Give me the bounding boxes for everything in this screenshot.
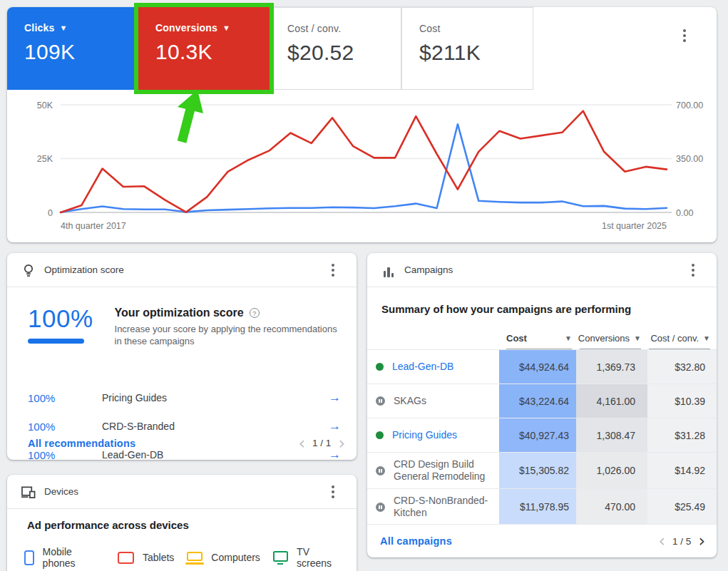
legend-label: Tablets — [143, 552, 174, 563]
devices-card: Devices Ad performance across devices Mo… — [7, 475, 357, 571]
svg-text:4th quarter 2017: 4th quarter 2017 — [61, 221, 126, 231]
conversions-cell: 1,369.73 — [576, 350, 647, 384]
metric-value-cost-per-conv: $20.52 — [287, 41, 401, 65]
chevron-left-icon[interactable]: ‹ — [659, 534, 666, 548]
cost-cell: $44,924.64 — [499, 350, 576, 384]
performance-line-chart: 00.0025K350.0050K700.004th quarter 20171… — [7, 94, 717, 241]
recommendation-row[interactable]: 100% Pricing Guides → — [7, 384, 357, 412]
metric-card-cost-per-conv[interactable]: Cost / conv. $20.52 — [270, 7, 401, 90]
campaign-row[interactable]: SKAGs $43,224.64 4,161.00 $10.39 — [367, 384, 717, 418]
overview-menu-kebab-icon[interactable] — [678, 29, 691, 43]
google-ads-overview-dashboard: Clicks ▼ 109K Conversions ▼ 10.3K Cost /… — [0, 0, 728, 571]
legend-item-computer: Computers — [187, 552, 260, 563]
arrow-right-icon[interactable]: → — [329, 391, 341, 405]
svg-text:0: 0 — [48, 208, 53, 218]
metric-label-text: Cost — [419, 23, 441, 34]
cost-per-conv-cell: $32.80 — [647, 350, 717, 384]
metric-label-cost-per-conv: Cost / conv. — [287, 23, 401, 34]
row-campaign-name: Pricing Guides — [102, 392, 329, 403]
conversions-cell: 1,026.00 — [576, 453, 647, 488]
all-campaigns-link[interactable]: All campaigns — [380, 535, 452, 547]
legend-label: Mobile phones — [43, 546, 105, 569]
status-paused-icon — [376, 466, 385, 475]
campaign-name[interactable]: CRD Design Build General Remodeling — [394, 458, 493, 483]
chevron-right-icon[interactable]: › — [338, 436, 345, 451]
optimization-score-progress-bar — [28, 339, 84, 344]
campaigns-card: Campaigns Summary of how your campaigns … — [367, 253, 717, 557]
chevron-left-icon[interactable]: ‹ — [299, 436, 306, 451]
campaign-name-link[interactable]: Pricing Guides — [392, 429, 457, 441]
metric-label-text: Conversions — [155, 22, 217, 34]
status-enabled-icon — [376, 363, 384, 371]
campaign-name[interactable]: SKAGs — [394, 395, 426, 407]
campaign-row[interactable]: CRD Design Build General Remodeling $15,… — [367, 452, 717, 488]
metric-value-conversions: 10.3K — [155, 40, 270, 64]
devices-menu-kebab-icon[interactable] — [327, 485, 339, 499]
campaign-name[interactable]: CRD-S-NonBranded-Kitchen — [394, 495, 493, 519]
campaigns-card-footer: All campaigns ‹ 1 / 5 › — [367, 524, 717, 557]
metric-card-clicks[interactable]: Clicks ▼ 109K — [7, 7, 138, 90]
cost-cell: $15,305.82 — [499, 453, 576, 488]
conversions-cell: 1,308.47 — [576, 418, 647, 452]
chevron-down-icon: ▼ — [565, 335, 572, 342]
lightbulb-icon — [21, 263, 36, 277]
campaign-row[interactable]: Pricing Guides $40,927.43 1,308.47 $31.2… — [367, 418, 717, 452]
performance-overview-card: Clicks ▼ 109K Conversions ▼ 10.3K Cost /… — [7, 7, 717, 242]
metric-value-cost: $211K — [419, 41, 533, 65]
column-header-cost[interactable]: Cost ▼ — [506, 333, 572, 349]
tv-icon — [273, 551, 288, 562]
chevron-down-icon: ▼ — [222, 24, 230, 32]
campaign-row[interactable]: CRD-S-NonBranded-Kitchen $11,978.95 470.… — [367, 488, 717, 525]
mobile-phone-icon — [24, 550, 34, 565]
conversions-cell: 470.00 — [576, 489, 647, 525]
metric-label-clicks: Clicks ▼ — [24, 22, 138, 34]
column-label: Cost / conv. — [650, 333, 699, 344]
status-enabled-icon — [376, 431, 384, 439]
legend-item-mobile: Mobile phones — [24, 546, 105, 569]
conversions-cell: 4,161.00 — [576, 384, 647, 418]
column-header-cost-per-conv[interactable]: Cost / conv. ▼ — [649, 333, 710, 349]
campaign-row[interactable]: Lead-Gen-DB $44,924.64 1,369.73 $32.80 — [367, 349, 717, 384]
help-icon[interactable]: ? — [250, 308, 260, 318]
cost-cell: $40,927.43 — [499, 418, 576, 452]
chevron-down-icon: ▼ — [634, 335, 641, 342]
campaigns-summary-title: Summary of how your campaigns are perfor… — [381, 303, 631, 315]
cost-per-conv-cell: $14.92 — [647, 453, 717, 488]
optimization-menu-kebab-icon[interactable] — [327, 263, 339, 277]
devices-summary-title: Ad performance across devices — [27, 519, 189, 531]
devices-icon — [21, 485, 36, 499]
campaigns-card-header: Campaigns — [367, 253, 717, 287]
column-header-conversions[interactable]: Conversions ▼ — [580, 333, 641, 349]
svg-text:350.00: 350.00 — [676, 154, 703, 164]
cost-per-conv-cell: $10.39 — [647, 384, 717, 418]
optimization-pagination: ‹ 1 / 1 › — [299, 436, 346, 451]
campaigns-pagination: ‹ 1 / 5 › — [659, 534, 706, 548]
devices-legend: Mobile phones Tablets Computers TV scree… — [24, 546, 345, 569]
svg-text:0.00: 0.00 — [676, 208, 693, 218]
optimization-card-header: Optimization score — [7, 253, 357, 287]
row-score: 100% — [28, 392, 102, 404]
chevron-right-icon[interactable]: › — [698, 534, 705, 548]
optimization-score-card: Optimization score 100% Your optimizatio… — [7, 253, 357, 460]
legend-item-tv: TV screens — [273, 546, 345, 569]
campaigns-card-title: Campaigns — [404, 264, 453, 275]
devices-card-title: Devices — [44, 486, 78, 497]
tablet-icon — [118, 552, 134, 564]
campaigns-menu-kebab-icon[interactable] — [687, 263, 699, 277]
legend-item-tablet: Tablets — [118, 552, 174, 564]
optimization-score-subtitle: Increase your score by applying the reco… — [115, 323, 339, 347]
bar-chart-icon — [381, 263, 396, 277]
svg-text:1st quarter 2025: 1st quarter 2025 — [602, 221, 667, 231]
optimization-score-block: 100% — [28, 304, 93, 347]
campaign-name-link[interactable]: Lead-Gen-DB — [392, 361, 453, 373]
legend-label: TV screens — [297, 546, 345, 569]
svg-text:50K: 50K — [37, 101, 53, 110]
status-paused-icon — [376, 396, 385, 406]
all-recommendations-link[interactable]: All recommendations — [28, 438, 135, 449]
metric-card-cost[interactable]: Cost $211K — [401, 7, 533, 90]
laptop-icon — [187, 552, 202, 561]
legend-label: Computers — [211, 552, 260, 563]
optimization-score-text: Your optimization score ? Increase your … — [115, 304, 339, 347]
optimization-score-value: 100% — [28, 304, 93, 333]
metric-card-conversions[interactable]: Conversions ▼ 10.3K — [138, 7, 270, 90]
